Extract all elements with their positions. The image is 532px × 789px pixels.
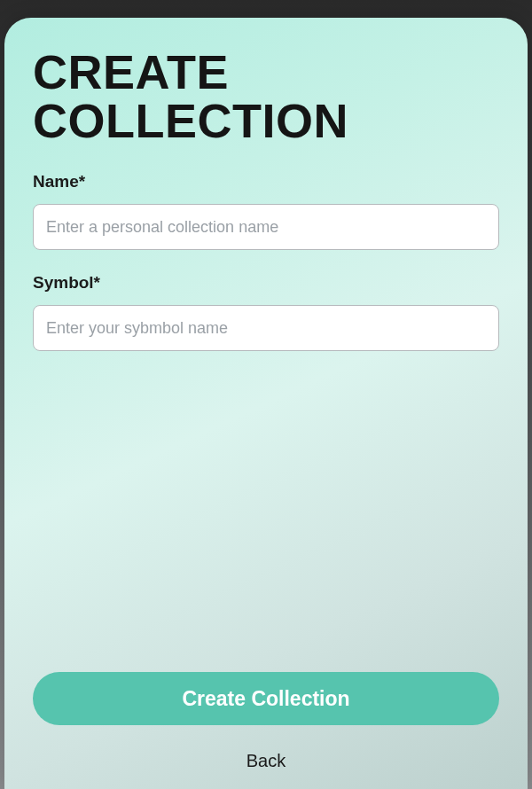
name-label: Name*: [33, 172, 499, 191]
symbol-label: Symbol*: [33, 273, 499, 293]
back-button[interactable]: Back: [4, 751, 528, 771]
create-collection-button[interactable]: Create Collection: [33, 672, 499, 725]
create-collection-modal: CREATE COLLECTION Name* Symbol* Create C…: [4, 18, 528, 789]
modal-title: CREATE COLLECTION: [33, 48, 499, 145]
symbol-input[interactable]: [33, 305, 499, 351]
modal-backdrop: CREATE COLLECTION Name* Symbol* Create C…: [0, 0, 532, 789]
name-input[interactable]: [33, 204, 499, 250]
